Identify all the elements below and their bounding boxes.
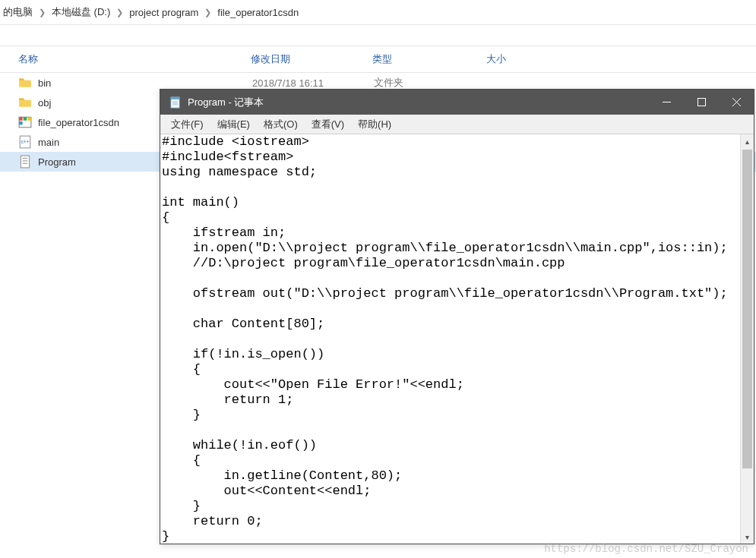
column-date[interactable]: 修改日期: [251, 46, 372, 72]
chevron-right-icon: ❯: [204, 8, 211, 17]
svg-rect-1: [19, 117, 23, 121]
svg-rect-3: [27, 117, 31, 121]
close-button[interactable]: [719, 90, 754, 115]
menu-file[interactable]: 文件(F): [165, 115, 210, 134]
chevron-right-icon: ❯: [39, 8, 46, 17]
scroll-up-icon[interactable]: ▴: [741, 134, 754, 148]
maximize-button[interactable]: [684, 90, 719, 115]
menu-help[interactable]: 帮助(H): [352, 115, 397, 134]
toolbar-spacer: [0, 25, 756, 46]
column-type[interactable]: 类型: [372, 46, 486, 72]
window-title: Program - 记事本: [188, 96, 649, 109]
menu-edit[interactable]: 编辑(E): [211, 115, 256, 134]
column-size[interactable]: 大小: [486, 46, 562, 72]
vertical-scrollbar[interactable]: ▴ ▾: [740, 134, 754, 544]
text-file-icon: [18, 155, 32, 169]
notepad-window: Program - 记事本 文件(F) 编辑(E) 格式(O) 查看(V) 帮助…: [160, 89, 754, 544]
svg-rect-17: [697, 99, 705, 106]
breadcrumb-seg-pc[interactable]: 的电脑: [0, 4, 36, 20]
column-headers: 名称 修改日期 类型 大小: [0, 46, 756, 73]
chevron-right-icon: ❯: [116, 8, 123, 17]
file-name: bin: [38, 77, 252, 89]
editor-area: #include <iostream> #include<fstream> us…: [160, 134, 754, 544]
cpp-file-icon: c++: [18, 135, 32, 149]
titlebar[interactable]: Program - 记事本: [160, 90, 754, 115]
file-date: 2018/7/18 16:11: [252, 77, 374, 89]
watermark: https://blog.csdn.net/SZU_Crayon: [544, 543, 748, 555]
menubar: 文件(F) 编辑(E) 格式(O) 查看(V) 帮助(H): [160, 115, 754, 134]
svg-text:c++: c++: [21, 139, 29, 144]
breadcrumb-seg-folder1[interactable]: project program: [126, 5, 201, 20]
project-file-icon: [18, 115, 32, 129]
minimize-button[interactable]: [649, 90, 684, 115]
menu-format[interactable]: 格式(O): [258, 115, 304, 134]
breadcrumb-seg-disk[interactable]: 本地磁盘 (D:): [49, 4, 113, 20]
svg-rect-7: [21, 156, 29, 168]
scroll-thumb[interactable]: [742, 150, 752, 468]
scroll-down-icon[interactable]: ▾: [741, 530, 754, 544]
column-name[interactable]: 名称: [0, 46, 251, 72]
file-type: 文件夹: [374, 76, 488, 90]
svg-rect-2: [24, 117, 27, 121]
svg-rect-12: [171, 97, 179, 99]
notepad-icon: [169, 96, 182, 109]
menu-view[interactable]: 查看(V): [305, 115, 350, 134]
svg-rect-4: [19, 121, 23, 125]
folder-icon: [18, 96, 32, 109]
breadcrumb-seg-folder2[interactable]: file_operator1csdn: [214, 5, 302, 20]
folder-icon: [18, 76, 32, 90]
breadcrumb: 的电脑 ❯ 本地磁盘 (D:) ❯ project program ❯ file…: [0, 0, 756, 25]
editor-content[interactable]: #include <iostream> #include<fstream> us…: [160, 134, 740, 544]
